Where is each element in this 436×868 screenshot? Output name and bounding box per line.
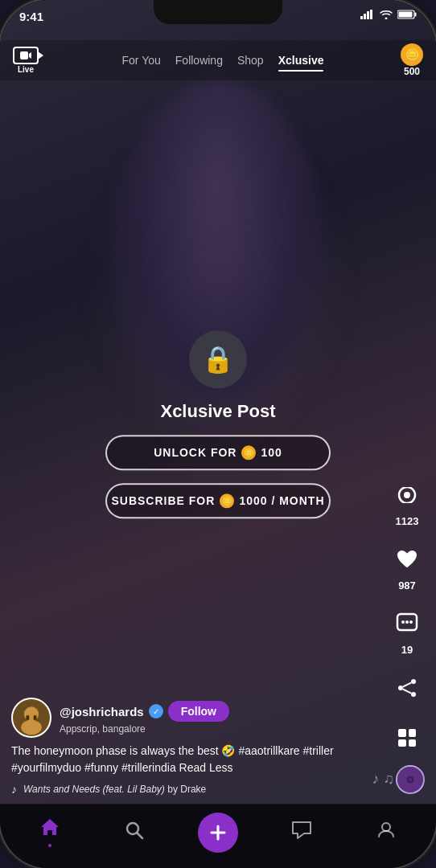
messages-icon (291, 821, 312, 845)
tab-shop[interactable]: Shop (237, 51, 264, 70)
user-name-row: @joshrichards ✓ Follow (60, 701, 376, 722)
eye-svg (396, 487, 418, 503)
svg-point-12 (401, 620, 405, 624)
comment-icon (389, 606, 425, 641)
avatar[interactable] (11, 698, 51, 738)
user-row: @joshrichards ✓ Follow Appscrip, bangalo… (11, 698, 376, 738)
home-icon (39, 817, 60, 841)
svg-point-21 (24, 706, 39, 721)
home-svg (39, 817, 60, 837)
svg-rect-1 (364, 14, 366, 19)
svg-rect-7 (20, 51, 28, 59)
nav-tabs: For You Following Shop Xclusive (45, 51, 401, 70)
notch (154, 0, 282, 24)
coins-display[interactable]: 🪙 500 (401, 43, 423, 77)
home-active-dot (48, 844, 51, 847)
search-svg (125, 821, 144, 840)
lock-circle: 🔒 (189, 330, 247, 388)
svg-rect-2 (367, 11, 369, 19)
post-caption: The honeymoon phase is always the best 🤣… (11, 743, 376, 776)
views-item: 1123 (389, 477, 425, 527)
camera-icon (20, 51, 31, 59)
status-time: 9:41 (19, 10, 43, 23)
plus-icon (208, 823, 228, 842)
unlock-button[interactable]: UNLOCK FOR 🪙 100 (105, 435, 331, 470)
messages-svg (291, 821, 312, 840)
svg-rect-23 (27, 715, 30, 720)
nav-messages[interactable] (278, 813, 326, 853)
username: @joshrichards (60, 705, 144, 719)
follow-button[interactable]: Follow (168, 701, 229, 722)
coins-count: 500 (404, 66, 420, 77)
svg-point-15 (411, 679, 416, 684)
live-button[interactable]: Live (13, 47, 39, 74)
xclusive-overlay: 🔒 Xclusive Post UNLOCK FOR 🪙 100 SUBSCRI… (89, 330, 347, 518)
phone-screen: 9:41 (0, 0, 436, 868)
svg-point-28 (127, 823, 138, 834)
views-count: 1123 (396, 515, 419, 527)
nav-home[interactable] (26, 813, 74, 853)
share-item[interactable] (389, 670, 425, 706)
coin-icon: 🪙 (401, 43, 423, 66)
svg-point-10 (404, 492, 410, 498)
unlock-coin-icon: 🪙 (241, 445, 256, 460)
svg-rect-5 (415, 13, 417, 17)
svg-rect-0 (360, 16, 363, 19)
svg-point-14 (409, 620, 413, 624)
svg-line-19 (403, 690, 411, 694)
wifi-icon (380, 10, 393, 19)
user-location: Appscrip, bangalore (60, 723, 376, 735)
heart-icon (389, 542, 425, 577)
music-album-thumb[interactable] (396, 765, 425, 794)
svg-rect-3 (370, 10, 372, 19)
nav-add[interactable] (194, 813, 242, 853)
user-details: @joshrichards ✓ Follow Appscrip, bangalo… (60, 701, 376, 735)
music-note-icon: ♪ (11, 783, 17, 796)
svg-marker-8 (29, 52, 31, 59)
apps-item[interactable] (389, 720, 425, 755)
svg-rect-24 (34, 715, 37, 720)
verified-badge: ✓ (149, 704, 163, 719)
svg-line-18 (403, 683, 411, 687)
svg-point-13 (405, 620, 409, 624)
grid-svg (398, 729, 416, 747)
nav-profile[interactable] (362, 813, 410, 853)
svg-point-17 (411, 692, 416, 697)
user-info-section: @joshrichards ✓ Follow Appscrip, bangalo… (0, 698, 388, 796)
music-song: Wants and Needs (feat. Lil Baby) by Drak… (23, 784, 206, 795)
subscribe-button[interactable]: SUBSCRIBE FOR 🪙 1000 / MONTH (105, 483, 331, 518)
add-button[interactable] (198, 813, 238, 853)
heart-svg (396, 549, 418, 570)
share-svg (396, 677, 418, 699)
svg-rect-6 (399, 12, 413, 18)
xclusive-title: Xclusive Post (160, 401, 275, 422)
status-icons (360, 10, 417, 19)
svg-line-29 (138, 833, 142, 838)
live-icon (13, 47, 39, 64)
music-row: ♪ Wants and Needs (feat. Lil Baby) by Dr… (11, 783, 376, 796)
battery-icon (397, 10, 417, 19)
likes-count: 987 (398, 579, 416, 592)
eye-icon (389, 477, 425, 513)
search-icon (125, 821, 144, 845)
svg-point-22 (21, 720, 42, 735)
tab-for-you[interactable]: For You (122, 51, 161, 70)
right-sidebar: 1123 987 (389, 477, 425, 755)
grid-icon (389, 720, 425, 755)
comments-item[interactable]: 19 (389, 606, 425, 656)
tab-following[interactable]: Following (175, 51, 223, 70)
comment-svg (396, 612, 418, 635)
nav-search[interactable] (110, 813, 158, 853)
profile-svg (376, 821, 396, 840)
tab-xclusive[interactable]: Xclusive (278, 51, 324, 70)
likes-item[interactable]: 987 (389, 542, 425, 592)
subscribe-coin-icon: 🪙 (220, 493, 234, 508)
bottom-nav (0, 804, 436, 868)
nav-bar: Live For You Following Shop Xclusive 🪙 5… (0, 40, 436, 80)
live-label: Live (18, 65, 34, 74)
signal-icon (360, 10, 375, 19)
svg-point-32 (382, 823, 390, 831)
avatar-img (13, 698, 50, 738)
profile-icon (376, 821, 396, 845)
svg-point-16 (398, 686, 403, 690)
